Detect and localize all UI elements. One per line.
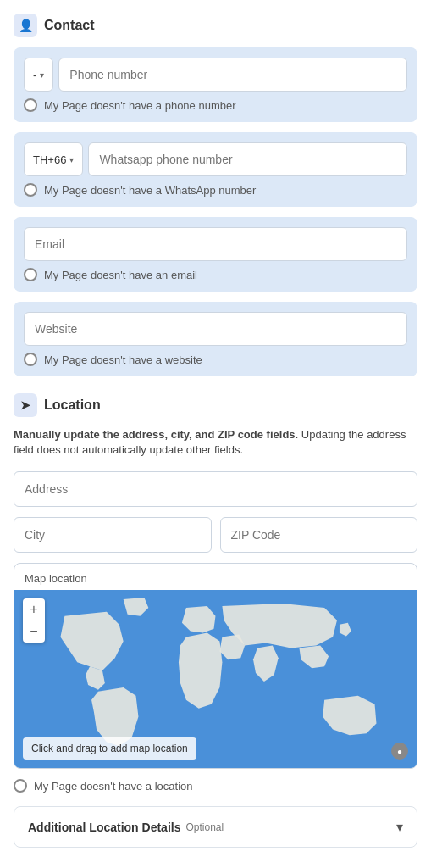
location-section: ➤ Location Manually update the address, … [14, 393, 417, 848]
city-zip-row [14, 517, 417, 553]
phone-card: - ▾ My Page doesn't have a phone number [14, 47, 417, 122]
map-zoom-out-button[interactable]: − [23, 620, 45, 643]
phone-input[interactable] [58, 58, 407, 92]
location-title: Location [44, 398, 101, 413]
email-input-row [24, 227, 407, 261]
additional-details-chevron-icon: ▾ [396, 819, 403, 835]
map-label: Map location [14, 564, 417, 590]
no-website-label: My Page doesn't have a website [44, 353, 202, 366]
no-website-radio[interactable] [24, 353, 37, 366]
zip-input[interactable] [220, 517, 418, 553]
optional-badge: Optional [185, 821, 224, 833]
whatsapp-input-row: TH+66 ▾ [24, 142, 407, 176]
whatsapp-country-select[interactable]: TH+66 ▾ [24, 142, 83, 176]
no-location-row[interactable]: My Page doesn't have a location [14, 779, 417, 793]
no-phone-row[interactable]: My Page doesn't have a phone number [24, 98, 407, 112]
location-desc-bold: Manually update the address, city, and Z… [14, 428, 298, 441]
email-card: My Page doesn't have an email [14, 217, 417, 292]
additional-location-details[interactable]: Additional Location Details Optional ▾ [14, 806, 417, 848]
website-input[interactable] [24, 312, 407, 346]
map-zoom-in-button[interactable]: + [23, 598, 45, 620]
map-drag-tooltip: Click and drag to add map location [23, 737, 196, 760]
additional-details-title: Additional Location Details [28, 821, 180, 834]
contact-section-header: 👤 Contact [14, 14, 417, 37]
no-whatsapp-radio[interactable] [24, 183, 37, 197]
map-zoom-controls: + − [23, 598, 45, 643]
phone-country-select[interactable]: - ▾ [24, 58, 53, 92]
address-input[interactable] [14, 471, 417, 507]
no-location-radio[interactable] [14, 779, 27, 793]
whatsapp-card: TH+66 ▾ My Page doesn't have a WhatsApp … [14, 132, 417, 207]
no-website-row[interactable]: My Page doesn't have a website [24, 353, 407, 366]
whatsapp-input[interactable] [88, 142, 407, 176]
page-container: 👤 Contact - ▾ My Page doesn't have a pho… [0, 0, 431, 861]
map-container: Map location [14, 563, 417, 769]
phone-country-code: - [33, 69, 36, 81]
whatsapp-country-code: TH+66 [33, 153, 66, 166]
no-email-row[interactable]: My Page doesn't have an email [24, 268, 407, 281]
additional-details-left: Additional Location Details Optional [28, 821, 224, 834]
website-card: My Page doesn't have a website [14, 302, 417, 376]
no-location-label: My Page doesn't have a location [34, 780, 193, 793]
email-input[interactable] [24, 227, 407, 261]
no-phone-label: My Page doesn't have a phone number [44, 99, 236, 112]
phone-input-row: - ▾ [24, 58, 407, 92]
phone-chevron-icon: ▾ [40, 70, 44, 80]
location-section-header: ➤ Location [14, 393, 417, 417]
website-input-row [24, 312, 407, 346]
city-input[interactable] [14, 517, 212, 553]
no-email-label: My Page doesn't have an email [44, 269, 197, 281]
contact-icon: 👤 [14, 14, 37, 37]
map-visual[interactable]: + − Click and drag to add map location ● [14, 590, 417, 768]
no-whatsapp-row[interactable]: My Page doesn't have a WhatsApp number [24, 183, 407, 197]
no-email-radio[interactable] [24, 268, 37, 281]
no-phone-radio[interactable] [24, 98, 37, 112]
location-description: Manually update the address, city, and Z… [14, 427, 417, 458]
contact-title: Contact [44, 18, 95, 33]
no-whatsapp-label: My Page doesn't have a WhatsApp number [44, 184, 256, 197]
whatsapp-chevron-icon: ▾ [69, 155, 74, 164]
address-field-group [14, 471, 417, 507]
location-icon: ➤ [14, 393, 37, 417]
